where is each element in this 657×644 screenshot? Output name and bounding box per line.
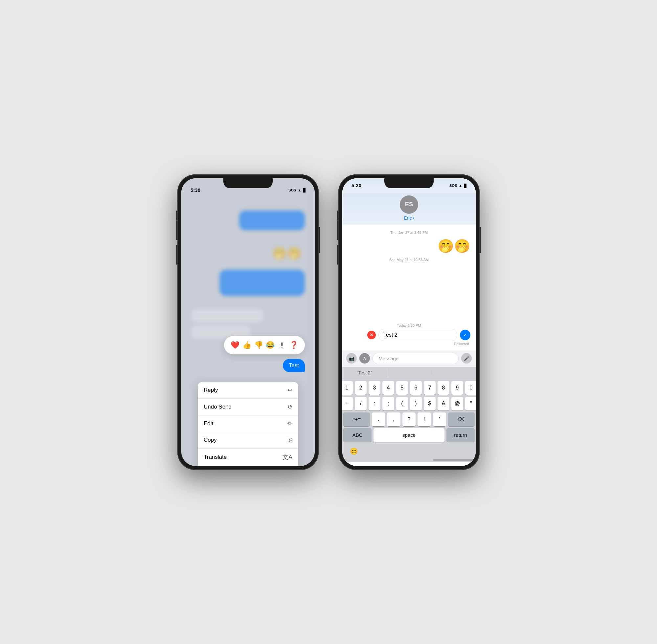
battery-icon-2: █: [464, 184, 467, 187]
emoji-message: 🤭🤭: [437, 238, 470, 254]
app-store-button[interactable]: A: [359, 353, 370, 364]
key-abc[interactable]: ABC: [343, 428, 371, 442]
key-7[interactable]: 7: [424, 381, 436, 395]
home-indicator-2: [433, 459, 476, 461]
key-2[interactable]: 2: [355, 381, 367, 395]
key-comma[interactable]: ,: [387, 412, 400, 426]
timestamp-today: Today 5:30 PM: [347, 323, 470, 327]
key-5[interactable]: 5: [396, 381, 408, 395]
reply-icon: ↩: [288, 387, 292, 394]
key-rparen[interactable]: ): [410, 397, 422, 411]
key-ampersand[interactable]: &: [437, 397, 449, 411]
key-return[interactable]: return: [447, 428, 475, 442]
emoji-button[interactable]: 😊: [346, 445, 362, 457]
test-message-bubble[interactable]: Test: [283, 359, 305, 372]
autocomplete-empty-2[interactable]: [431, 371, 476, 375]
key-colon[interactable]: :: [368, 397, 380, 411]
key-quote[interactable]: ": [465, 397, 476, 411]
mute-button[interactable]: [176, 210, 177, 220]
autocomplete-test2[interactable]: “Test 2”: [342, 368, 387, 377]
phone1-screen: 5:30 SOS ▲ █ 🤭🤭 ❤️ 👍 👎 😂: [181, 178, 315, 466]
send-button[interactable]: ✓: [460, 330, 470, 340]
reaction-heart[interactable]: ❤️: [229, 339, 241, 351]
volume-up-button-2[interactable]: [337, 220, 338, 240]
emoji-bar: 😊: [343, 444, 475, 460]
sos-indicator-2: SOS: [449, 184, 457, 187]
phone-1: 5:30 SOS ▲ █ 🤭🤭 ❤️ 👍 👎 😂: [177, 175, 319, 470]
camera-button[interactable]: 📷: [346, 353, 357, 364]
reaction-exclaim[interactable]: ‼️: [276, 339, 288, 351]
notch: [223, 178, 273, 188]
message-area: Thu, Jan 27 at 3:49 PM 🤭🤭 Sat, May 28 at…: [342, 225, 476, 350]
cancel-button[interactable]: ✕: [367, 331, 376, 339]
blur-bubble-3: [191, 309, 264, 322]
message-bubble-editing[interactable]: Test 2: [379, 329, 457, 341]
power-button-2[interactable]: [480, 227, 481, 253]
sos-indicator: SOS: [289, 188, 296, 192]
key-hashplus[interactable]: #+=: [343, 412, 370, 426]
key-9[interactable]: 9: [451, 381, 463, 395]
volume-up-button[interactable]: [176, 220, 177, 240]
volume-down-button-2[interactable]: [337, 245, 338, 265]
keyboard-special-row: #+= . , ? ! ' ⌫: [343, 412, 475, 426]
key-apostrophe[interactable]: ': [433, 412, 446, 426]
context-edit[interactable]: Edit ✏: [198, 415, 298, 432]
battery-icon: █: [303, 188, 305, 192]
key-exclaim[interactable]: !: [417, 412, 431, 426]
keyboard-number-row: 1 2 3 4 5 6 7 8 9 0: [343, 381, 475, 395]
key-minus[interactable]: -: [342, 397, 353, 411]
phone1-content: 5:30 SOS ▲ █ 🤭🤭 ❤️ 👍 👎 😂: [181, 178, 315, 466]
key-3[interactable]: 3: [368, 381, 380, 395]
status-icons-1: SOS ▲ █: [289, 188, 305, 192]
key-4[interactable]: 4: [382, 381, 394, 395]
key-lparen[interactable]: (: [396, 397, 408, 411]
key-8[interactable]: 8: [437, 381, 449, 395]
context-translate[interactable]: Translate 文A: [198, 448, 298, 466]
keyboard-bottom-row: ABC space return: [343, 428, 475, 442]
autocomplete-bar: “Test 2”: [342, 367, 476, 379]
key-6[interactable]: 6: [410, 381, 422, 395]
key-semicolon[interactable]: ;: [382, 397, 394, 411]
key-0[interactable]: 0: [465, 381, 476, 395]
autocomplete-empty-1[interactable]: [387, 371, 432, 375]
edit-icon: ✏: [288, 420, 292, 427]
reaction-thumbsup[interactable]: 👍: [241, 339, 253, 351]
mic-button[interactable]: 🎤: [461, 353, 472, 364]
blur-bubble-2: [220, 270, 305, 296]
blur-bubble-1: [239, 210, 305, 230]
key-question[interactable]: ?: [402, 412, 415, 426]
timestamp-may28: Sat, May 28 at 10:53 AM: [347, 258, 470, 262]
keyboard-symbol-row: - / : ; ( ) $ & @ ": [343, 397, 475, 411]
timestamp-jan27: Thu, Jan 27 at 3:49 PM: [347, 231, 470, 234]
copy-icon: ⎘: [289, 437, 292, 444]
key-dollar[interactable]: $: [424, 397, 436, 411]
volume-down-button[interactable]: [176, 245, 177, 265]
delivered-row: ✕ Test 2 ✓: [347, 329, 470, 341]
key-at[interactable]: @: [451, 397, 463, 411]
key-1[interactable]: 1: [342, 381, 353, 395]
reaction-question[interactable]: ❓: [288, 339, 300, 351]
context-reply[interactable]: Reply ↩: [198, 382, 298, 399]
undo-send-icon: ↺: [288, 403, 292, 411]
contact-name[interactable]: Eric: [404, 215, 414, 221]
key-period[interactable]: .: [372, 412, 385, 426]
key-slash[interactable]: /: [355, 397, 367, 411]
context-undo-label: Undo Send: [204, 404, 232, 410]
reaction-thumbsdown[interactable]: 👎: [253, 339, 265, 351]
status-time-1: 5:30: [190, 187, 200, 193]
context-copy-label: Copy: [204, 437, 217, 443]
context-translate-label: Translate: [204, 454, 227, 460]
key-space[interactable]: space: [373, 428, 445, 442]
messages-header: ES Eric: [342, 193, 476, 225]
status-icons-2: SOS ▲ █: [449, 184, 467, 187]
context-copy[interactable]: Copy ⎘: [198, 432, 298, 448]
power-button[interactable]: [319, 227, 320, 253]
imessage-input[interactable]: iMessage: [372, 353, 459, 364]
context-undo-send[interactable]: Undo Send ↺: [198, 399, 298, 415]
reaction-haha[interactable]: 😂: [265, 339, 276, 351]
phone-2: 5:30 SOS ▲ █ ES Eric Thu, Jan 27 at 3:49…: [338, 175, 480, 470]
mute-button-2[interactable]: [337, 210, 338, 220]
blur-emoji: 🤭🤭: [272, 247, 301, 260]
key-delete[interactable]: ⌫: [448, 412, 475, 426]
contact-avatar[interactable]: ES: [400, 196, 418, 214]
